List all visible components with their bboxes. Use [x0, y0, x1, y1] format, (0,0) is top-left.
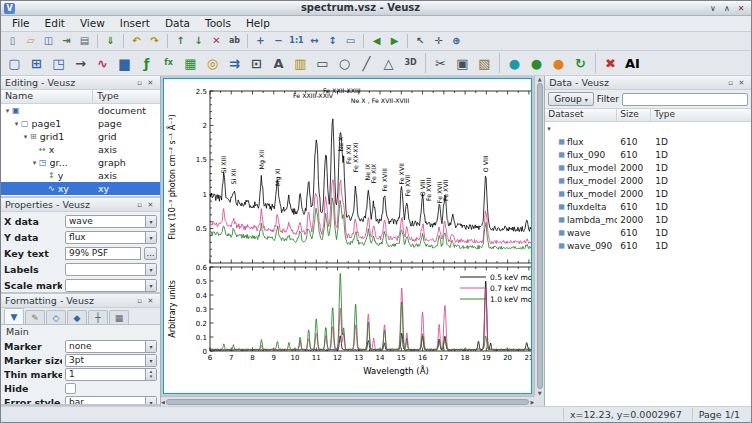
property-x-data-combo[interactable]: wave▾ — [65, 215, 157, 228]
tree-row-x[interactable]: ↔xaxis — [1, 143, 160, 156]
zoom-in-button[interactable]: + — [252, 34, 269, 49]
menu-edit[interactable]: Edit — [38, 16, 72, 31]
open-document-button[interactable]: ▱ — [22, 34, 39, 49]
add-rectangle-button[interactable]: ▭ — [312, 53, 333, 74]
menu-help[interactable]: Help — [239, 16, 277, 31]
column-dataset[interactable]: Dataset — [545, 109, 617, 121]
data-create-button[interactable]: ● — [548, 53, 569, 74]
dataset-root-row[interactable]: ▾ — [545, 122, 751, 135]
move-widget-up-button[interactable]: ↑ — [172, 34, 189, 49]
close-panel-icon[interactable]: ✕ — [145, 78, 156, 88]
expander-icon[interactable]: ▾ — [547, 125, 556, 133]
add-3d-scene-button[interactable]: 3D — [400, 53, 421, 74]
close-file-button[interactable]: ✖ — [600, 53, 621, 74]
close-panel-icon[interactable]: ✕ — [145, 296, 156, 306]
undo-button[interactable]: ↶ — [128, 34, 145, 49]
next-page-button[interactable]: ▶ — [386, 34, 403, 49]
paste-widget-button[interactable]: ▧ — [474, 53, 495, 74]
tab-color-icon[interactable]: ▦ — [109, 310, 129, 324]
print-button[interactable]: ▤ — [76, 34, 93, 49]
copy-widget-button[interactable]: ▣ — [452, 53, 473, 74]
zoom-out-button[interactable]: − — [270, 34, 287, 49]
add-grid-button[interactable]: ⊞ — [26, 53, 47, 74]
tree-row-gr[interactable]: ▾◳gr...graph — [1, 156, 160, 169]
tree-row-grid1[interactable]: ▾⊞grid1grid — [1, 130, 160, 143]
add-key-button[interactable]: ⊡ — [246, 53, 267, 74]
add-colorbar-button[interactable]: ▥ — [290, 53, 311, 74]
menu-tools[interactable]: Tools — [198, 16, 238, 31]
redo-button[interactable]: ↷ — [146, 34, 163, 49]
minimize-button[interactable]: ∨ — [706, 3, 720, 15]
tab-error-bar-icon[interactable]: ┼ — [88, 310, 108, 324]
zoom-width-button[interactable]: ↔ — [306, 34, 323, 49]
dataset-row-wave-090[interactable]: ▦wave_0906101D — [545, 239, 751, 252]
data-reload-button[interactable]: ↻ — [570, 53, 591, 74]
formatting-thin-markers-spin[interactable]: 1▴▾ — [65, 368, 157, 381]
ai-tool-button[interactable]: AI — [622, 53, 643, 74]
undock-panel-icon[interactable]: ▫ — [134, 200, 145, 210]
select-items-button[interactable]: ↖ — [412, 34, 429, 49]
vertical-scrollbar[interactable]: ▲ ▼ — [534, 76, 544, 396]
scrollbar-thumb[interactable] — [537, 83, 543, 389]
delete-widget-button[interactable]: ✕ — [208, 34, 225, 49]
data-edit-button[interactable]: ● — [526, 53, 547, 74]
add-polygon-button[interactable]: △ — [378, 53, 399, 74]
add-line-button[interactable]: ╱ — [356, 53, 377, 74]
cut-widget-button[interactable]: ✂ — [430, 53, 451, 74]
new-document-button[interactable]: ▯ — [4, 34, 21, 49]
add-image-button[interactable]: ▦ — [180, 53, 201, 74]
dataset-row-flux-090[interactable]: ▦flux_0906101D — [545, 148, 751, 161]
add-function-button[interactable]: fx — [158, 53, 179, 74]
dataset-row-flux-model[interactable]: ▦flux_model...20001D — [545, 161, 751, 174]
menu-data[interactable]: Data — [158, 16, 197, 31]
column-name[interactable]: Name — [1, 90, 93, 103]
save-document-button[interactable]: ◫ — [40, 34, 57, 49]
spin-down-icon[interactable]: ▾ — [146, 374, 156, 380]
close-panel-icon[interactable]: ✕ — [736, 78, 747, 88]
tree-row-document[interactable]: ▾▣document — [1, 104, 160, 117]
tab-main-icon[interactable]: ▼ — [4, 308, 24, 324]
menu-view[interactable]: View — [73, 16, 112, 31]
maximize-button[interactable]: ∧ — [720, 3, 734, 15]
dataset-row-lambda-mo[interactable]: ▦lambda_mo...20001D — [545, 213, 751, 226]
tree-row-xy[interactable]: ∿xyxy — [1, 182, 160, 195]
menu-insert[interactable]: Insert — [113, 16, 157, 31]
rename-widget-button[interactable]: ab — [226, 34, 243, 49]
add-contour-button[interactable]: ◎ — [202, 53, 223, 74]
add-page-button[interactable]: ▢ — [4, 53, 25, 74]
formatting-hide-checkbox[interactable] — [65, 383, 76, 394]
expander-icon[interactable]: ▾ — [12, 120, 21, 128]
plot-svg[interactable]: 678910111213141516171819202122230.511.52… — [164, 79, 532, 393]
add-vector-field-button[interactable]: ⇉ — [224, 53, 245, 74]
group-button[interactable]: Group ▾ — [548, 92, 593, 106]
property-labels-combo[interactable]: ▾ — [65, 263, 157, 276]
property-y-data-combo[interactable]: flux▾ — [65, 231, 157, 244]
dataset-row-flux-model[interactable]: ▦flux_model...20001D — [545, 174, 751, 187]
property-key-text-field[interactable]: 99% PSF — [65, 247, 141, 260]
tab-marker-border-icon[interactable]: ◇ — [46, 310, 66, 324]
close-button[interactable]: ✕ — [734, 3, 748, 15]
undock-panel-icon[interactable]: ▫ — [134, 296, 145, 306]
zoom-height-button[interactable]: ↕ — [324, 34, 341, 49]
dataset-row-fluxdelta[interactable]: ▦fluxdelta6101D — [545, 200, 751, 213]
add-xy-button[interactable]: ∿ — [92, 53, 113, 74]
zoom-graph-axes-button[interactable]: ⊕ — [448, 34, 465, 49]
scroll-up-icon[interactable]: ▲ — [538, 76, 542, 82]
expander-icon[interactable]: ▾ — [21, 133, 30, 141]
tree-row-page1[interactable]: ▾▢page1page — [1, 117, 160, 130]
filter-input[interactable] — [622, 93, 748, 106]
dataset-row-flux[interactable]: ▦flux6101D — [545, 135, 751, 148]
property-key-text-more-button[interactable]: … — [144, 247, 157, 260]
add-axis-button[interactable]: → — [70, 53, 91, 74]
scrollbar-thumb[interactable] — [166, 399, 530, 405]
tab-plot-line-icon[interactable]: ✎ — [25, 310, 45, 324]
close-panel-icon[interactable]: ✕ — [145, 200, 156, 210]
property-scale-markers-combo[interactable]: ▾ — [65, 279, 157, 292]
horizontal-scrollbar[interactable]: ◀ ▶ — [161, 396, 534, 406]
zoom-original-button[interactable]: 1:1 — [288, 34, 305, 49]
formatting-marker-combo[interactable]: none▾ — [65, 340, 157, 353]
dataset-row-wave[interactable]: ▦wave6101D — [545, 226, 751, 239]
scroll-zoom-graph-button[interactable]: ✛ — [430, 34, 447, 49]
tree-row-y[interactable]: ↕yaxis — [1, 169, 160, 182]
undock-panel-icon[interactable]: ▫ — [134, 78, 145, 88]
